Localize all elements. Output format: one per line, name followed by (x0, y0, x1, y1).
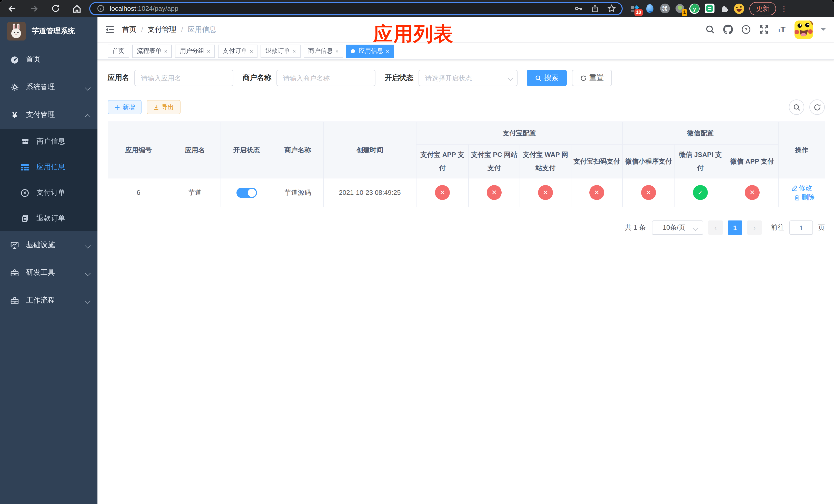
chrome-menu-icon[interactable]: ⋮ (780, 4, 787, 13)
ext-emoji-icon[interactable] (734, 3, 744, 14)
prev-page-button[interactable]: ‹ (708, 221, 723, 235)
caret-down-icon[interactable] (821, 28, 826, 33)
reload-icon[interactable] (50, 3, 61, 14)
reset-button[interactable]: 重置 (572, 70, 612, 86)
share-icon[interactable] (590, 3, 600, 14)
ext-balloon-icon[interactable] (645, 3, 655, 14)
github-icon[interactable] (723, 24, 733, 35)
fullscreen-icon[interactable] (759, 24, 769, 35)
cell-app-name: 芋道 (169, 178, 221, 207)
tab-close-icon[interactable]: × (335, 48, 339, 54)
status-badge: ✕ (487, 185, 502, 200)
tab-user-group[interactable]: 用户分组× (175, 44, 215, 58)
tab-process-form[interactable]: 流程表单× (132, 44, 172, 58)
tab-close-icon[interactable]: × (207, 48, 210, 54)
ext-y-icon[interactable]: y (689, 3, 700, 14)
ext-recorder-icon[interactable]: 1 (675, 3, 685, 14)
page-number-button[interactable]: 1 (728, 221, 742, 235)
tab-close-icon[interactable]: × (293, 48, 296, 54)
status-badge: ✕ (641, 185, 656, 200)
tab-refund-order[interactable]: 退款订单× (261, 44, 301, 58)
cell-status (221, 178, 272, 207)
site-info-icon[interactable] (95, 3, 106, 14)
sidebar-logo[interactable]: 芋道管理系统 (0, 17, 97, 46)
gear-icon (10, 83, 19, 92)
breadcrumb-home[interactable]: 首页 (122, 25, 136, 34)
sidebar-item-label: 研发工具 (26, 268, 78, 277)
sidebar-item-home[interactable]: 首页 (0, 46, 97, 73)
col-app-id: 应用编号 (108, 122, 169, 178)
sidebar-item-refund-order[interactable]: 退款订单 (0, 206, 97, 231)
sidebar-item-app-info[interactable]: 应用信息 (0, 154, 97, 180)
app-name-input[interactable] (134, 70, 233, 86)
tab-label: 流程表单 (137, 47, 161, 55)
edit-link[interactable]: 修改 (791, 183, 812, 192)
status-toggle[interactable] (236, 187, 257, 198)
password-key-icon[interactable] (573, 3, 584, 14)
col-alipay-pc: 支付宝 PC 网站支付 (468, 144, 520, 178)
yen-icon: ¥ (10, 111, 19, 119)
page-size-select[interactable]: 10条/页 (652, 221, 703, 235)
cell-merchant: 芋道源码 (272, 178, 323, 207)
breadcrumb-payment[interactable]: 支付管理 (148, 25, 176, 34)
address-bar[interactable]: localhost:1024/pay/app (89, 2, 623, 15)
tab-merchant-info[interactable]: 商户信息× (304, 44, 344, 58)
next-page-button[interactable]: › (747, 221, 762, 235)
col-alipay-wap: 支付宝 WAP 网站支付 (520, 144, 571, 178)
ext-command-icon[interactable] (660, 3, 670, 14)
status-select-input[interactable] (419, 70, 518, 86)
sidebar-item-workflow[interactable]: 工作流程 (0, 287, 97, 314)
tab-home[interactable]: 首页 (108, 44, 129, 58)
ext-blocks-icon[interactable]: 10 (630, 3, 640, 14)
sidebar-item-devtools[interactable]: 研发工具 (0, 259, 97, 287)
extensions-row: 10 1 y (630, 3, 744, 14)
chrome-update-button[interactable]: 更新 (749, 2, 776, 15)
tab-label: 支付订单 (223, 47, 247, 55)
sidebar-item-infra[interactable]: 基础设施 (0, 231, 97, 259)
back-icon[interactable] (7, 3, 18, 14)
logo-rabbit-image (7, 22, 26, 41)
dashboard-icon (10, 55, 19, 64)
sidebar-item-system[interactable]: 系统管理 (0, 73, 97, 101)
cell-wx-app: ✕ (726, 178, 778, 207)
status-select[interactable] (419, 70, 518, 86)
sidebar-fold-icon[interactable] (105, 24, 115, 35)
status-badge: ✕ (745, 185, 760, 200)
extensions-puzzle-icon[interactable] (719, 3, 729, 14)
bookmark-star-icon[interactable] (606, 3, 616, 14)
export-button[interactable]: 导出 (147, 100, 180, 114)
col-alipay-qr: 支付宝扫码支付 (571, 144, 622, 178)
search-button[interactable]: 搜索 (527, 70, 567, 86)
forward-icon[interactable] (29, 3, 39, 14)
merchant-name-input[interactable] (277, 70, 375, 86)
url-host: localhost (110, 5, 136, 12)
tab-label: 应用信息 (358, 47, 383, 55)
help-icon[interactable]: ? (741, 24, 751, 35)
tab-label: 用户分组 (180, 47, 204, 55)
sidebar-item-pay-order[interactable]: ¥ 支付订单 (0, 180, 97, 206)
col-merchant: 商户名称 (272, 122, 323, 178)
font-size-icon[interactable] (776, 24, 787, 35)
tab-close-icon[interactable]: × (386, 48, 389, 54)
url-text[interactable]: localhost:1024/pay/app (110, 5, 569, 12)
search-icon[interactable] (705, 24, 715, 35)
pagination-total: 共 1 条 (625, 223, 646, 232)
yen-circle-icon: ¥ (21, 188, 29, 197)
refresh-button[interactable] (809, 99, 825, 115)
delete-link[interactable]: 删除 (794, 192, 815, 202)
tab-close-icon[interactable]: × (164, 48, 168, 54)
home-icon[interactable] (72, 3, 82, 14)
tab-close-icon[interactable]: × (250, 48, 253, 54)
goto-page-input[interactable] (789, 221, 813, 235)
sidebar-item-merchant-info[interactable]: 商户信息 (0, 129, 97, 154)
tab-pay-order[interactable]: 支付订单× (218, 44, 258, 58)
ext-chat-icon[interactable] (704, 3, 715, 14)
tab-label: 退款订单 (265, 47, 290, 55)
cell-created: 2021-10-23 08:49:25 (323, 178, 416, 207)
sidebar-item-payment[interactable]: ¥ 支付管理 (0, 101, 97, 129)
add-button[interactable]: 新增 (108, 100, 141, 114)
search-button-label: 搜索 (544, 73, 558, 83)
show-search-button[interactable] (789, 99, 804, 115)
chevron-down-icon (85, 270, 90, 275)
avatar[interactable] (794, 20, 813, 39)
